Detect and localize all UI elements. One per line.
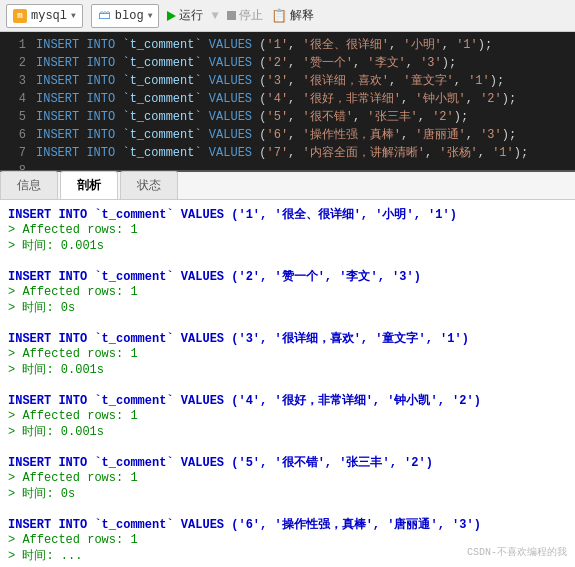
table-arrow-icon: ▼ [148,11,153,20]
run-label: 运行 [179,7,203,24]
time-line: > 时间: 0.001s [8,361,567,378]
line-number: 3 [0,72,36,90]
db-selector[interactable]: m mysql ▼ [6,4,83,28]
output-sql: INSERT INTO `t_comment` VALUES ('5', '很不… [8,454,567,471]
tabs-bar: 信息剖析状态 [0,172,575,200]
toolbar-sep: ▼ [211,9,218,23]
line-code: INSERT INTO `t_comment` VALUES ('5', '很不… [36,108,575,126]
table-icon: 🗃 [98,8,111,23]
run-triangle-icon [167,11,176,21]
db-icon: m [13,9,27,23]
output-sql: INSERT INTO `t_comment` VALUES ('6', '操作… [8,516,567,533]
time-line: > 时间: 0s [8,485,567,502]
output-block: INSERT INTO `t_comment` VALUES ('3', '很详… [8,330,567,378]
affected-rows: > Affected rows: 1 [8,471,567,485]
output-block: INSERT INTO `t_comment` VALUES ('1', '很全… [8,206,567,254]
time-line: > 时间: 0s [8,299,567,316]
output-sql: INSERT INTO `t_comment` VALUES ('3', '很详… [8,330,567,347]
stop-label: 停止 [239,7,263,24]
output-block: INSERT INTO `t_comment` VALUES ('2', '赞一… [8,268,567,316]
output-block: INSERT INTO `t_comment` VALUES ('5', '很不… [8,454,567,502]
code-line: 3INSERT INTO `t_comment` VALUES ('3', '很… [0,72,575,90]
affected-rows: > Affected rows: 1 [8,285,567,299]
watermark: CSDN-不喜欢编程的我 [467,545,567,559]
output-block: INSERT INTO `t_comment` VALUES ('4', '很好… [8,392,567,440]
explain-button[interactable]: 📋 解释 [271,7,314,24]
output-sql: INSERT INTO `t_comment` VALUES ('1', '很全… [8,206,567,223]
explain-label: 解释 [290,7,314,24]
code-line: 4INSERT INTO `t_comment` VALUES ('4', '很… [0,90,575,108]
line-number: 1 [0,36,36,54]
code-line: 1INSERT INTO `t_comment` VALUES ('1', '很… [0,36,575,54]
line-number: 6 [0,126,36,144]
code-line: 6INSERT INTO `t_comment` VALUES ('6', '操… [0,126,575,144]
code-line: 5INSERT INTO `t_comment` VALUES ('5', '很… [0,108,575,126]
explain-icon: 📋 [271,8,287,23]
run-button[interactable]: 运行 [167,7,203,24]
output-sql: INSERT INTO `t_comment` VALUES ('4', '很好… [8,392,567,409]
stop-icon [227,11,236,20]
time-line: > 时间: 0.001s [8,423,567,440]
code-line: 2INSERT INTO `t_comment` VALUES ('2', '赞… [0,54,575,72]
table-name: blog [115,9,144,23]
line-code: INSERT INTO `t_comment` VALUES ('2', '赞一… [36,54,575,72]
tab-状态[interactable]: 状态 [120,171,178,199]
tab-剖析[interactable]: 剖析 [60,171,118,199]
time-line: > 时间: 0.001s [8,237,567,254]
line-code: INSERT INTO `t_comment` VALUES ('4', '很好… [36,90,575,108]
line-code: INSERT INTO `t_comment` VALUES ('1', '很全… [36,36,575,54]
output-area: INSERT INTO `t_comment` VALUES ('1', '很全… [0,200,575,567]
stop-button[interactable]: 停止 [227,7,263,24]
code-line: 7INSERT INTO `t_comment` VALUES ('7', '内… [0,144,575,162]
output-sql: INSERT INTO `t_comment` VALUES ('2', '赞一… [8,268,567,285]
line-number: 2 [0,54,36,72]
toolbar: m mysql ▼ 🗃 blog ▼ 运行 ▼ 停止 📋 解释 [0,0,575,32]
line-code: INSERT INTO `t_comment` VALUES ('6', '操作… [36,126,575,144]
tab-信息[interactable]: 信息 [0,171,58,199]
line-code: INSERT INTO `t_comment` VALUES ('3', '很详… [36,72,575,90]
db-arrow-icon: ▼ [71,11,76,20]
line-code: INSERT INTO `t_comment` VALUES ('7', '内容… [36,144,575,162]
table-selector[interactable]: 🗃 blog ▼ [91,4,160,28]
affected-rows: > Affected rows: 1 [8,347,567,361]
line-number: 5 [0,108,36,126]
line-number: 4 [0,90,36,108]
affected-rows: > Affected rows: 1 [8,223,567,237]
affected-rows: > Affected rows: 1 [8,409,567,423]
code-editor[interactable]: 1INSERT INTO `t_comment` VALUES ('1', '很… [0,32,575,172]
db-name: mysql [31,9,67,23]
line-number: 7 [0,144,36,162]
